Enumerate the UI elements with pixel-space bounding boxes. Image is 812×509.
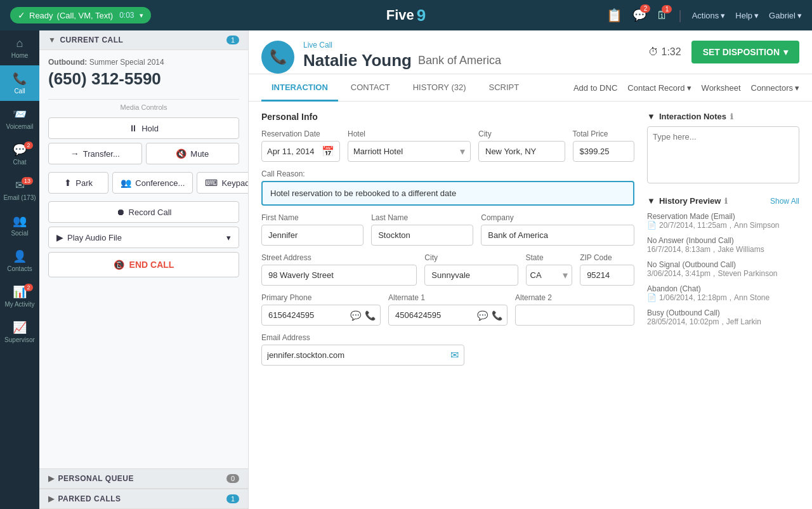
transfer-label: Transfer... [83, 149, 120, 159]
contact-company: Bank of America [418, 54, 501, 67]
city-input[interactable] [478, 141, 565, 162]
record-call-button[interactable]: ⏺ Record Call [48, 201, 239, 223]
sidebar-item-supervisor[interactable]: 📈 Supervisor [0, 314, 39, 350]
sidebar-item-voicemail[interactable]: 📨 Voicemail [0, 101, 39, 136]
first-name-group: First Name [261, 213, 363, 246]
contacts-label: Contacts [7, 265, 32, 272]
logo: Five9 [386, 6, 426, 25]
logo-cloud: 9 [417, 6, 426, 25]
tab-actions: Add to DNC Contact Record ▾ Worksheet Co… [573, 83, 799, 93]
history-item-3: Abandon (Chat) 📄 1/06/2014, 12:18pm, Ann… [647, 284, 799, 302]
history-item-3-detail: 📄 1/06/2014, 12:18pm, Ann Stone [647, 293, 799, 302]
mute-label: Mute [190, 149, 209, 159]
topbar-left: ✓ Ready (Call, VM, Text) 0:03 ▾ [10, 7, 151, 23]
alt1-group: Alternate 1 💬 📞 [388, 293, 508, 326]
form-row-1: Reservation Date 📅 Hotel ▾ [261, 129, 634, 162]
sidebar-item-chat[interactable]: 💬 Chat 2 [0, 136, 39, 172]
park-icon: ⬆ [64, 178, 72, 188]
logo-text: Five [386, 7, 414, 23]
calendar-badge: 1 [662, 5, 672, 13]
contacts-icon: 👤 [13, 249, 27, 263]
company-group: Company [481, 213, 634, 246]
alt1-chat-icon[interactable]: 💬 [477, 310, 488, 321]
notifications-icon[interactable]: 💬 2 [632, 8, 646, 22]
mute-button[interactable]: 🔇 Mute [146, 143, 240, 164]
primary-chat-icon[interactable]: 💬 [350, 310, 361, 321]
alt1-call-icon[interactable]: 📞 [492, 310, 502, 321]
sidebar-item-email[interactable]: ✉ Email (173) 13 [0, 172, 39, 208]
right-panel: ▼ Interaction Notes ℹ ▼ History Preview … [647, 112, 799, 499]
personal-queue-header[interactable]: ▶ PERSONAL QUEUE 0 [39, 468, 248, 489]
first-name-input[interactable] [261, 225, 363, 246]
parked-calls-header[interactable]: ▶ PARKED CALLS 1 [39, 489, 248, 509]
history-item-0-detail: 📄 20/7/2014, 11:25am, Ann Simpson [647, 221, 799, 230]
interaction-notes-textarea[interactable] [647, 126, 799, 183]
hotel-field[interactable]: ▾ [348, 141, 471, 162]
worksheet-link[interactable]: Worksheet [702, 83, 741, 93]
hold-icon: ⏸ [129, 123, 138, 133]
connectors-link[interactable]: Connectors ▾ [751, 83, 799, 93]
set-disposition-button[interactable]: SET DISPOSITION ▾ [691, 41, 799, 63]
show-all-link[interactable]: Show All [770, 197, 799, 206]
call-reason-input[interactable] [261, 181, 634, 206]
sidebar-item-call[interactable]: 📞 Call [0, 65, 39, 101]
personal-queue-badge: 0 [226, 474, 239, 483]
sidebar-item-contacts[interactable]: 👤 Contacts [0, 243, 39, 279]
conference-icon: 👥 [121, 178, 131, 188]
tab-bar: INTERACTION CONTACT HISTORY (32) SCRIPT … [249, 74, 812, 102]
play-audio-button[interactable]: ▶ Play Audio File ▾ [48, 227, 239, 248]
interaction-notes-info-icon: ℹ [730, 112, 733, 121]
history-item-1: No Answer (Inbound Call) 16/7/2014, 8:13… [647, 236, 799, 254]
social-label: Social [11, 230, 28, 237]
help-menu[interactable]: Help ▾ [735, 11, 759, 20]
tab-contact[interactable]: CONTACT [341, 75, 400, 102]
tab-interaction[interactable]: INTERACTION [261, 75, 338, 102]
primary-call-icon[interactable]: 📞 [365, 310, 376, 321]
hotel-input[interactable] [353, 142, 460, 161]
street-address-input[interactable] [261, 265, 417, 286]
primary-phone-field: 💬 📞 [261, 305, 381, 326]
total-price-input[interactable] [573, 141, 635, 162]
user-menu[interactable]: Gabriel ▾ [769, 11, 802, 20]
end-call-button[interactable]: 📵 END CALL [48, 252, 239, 277]
last-name-input[interactable] [371, 225, 473, 246]
zip-input[interactable] [580, 265, 634, 286]
company-input[interactable] [481, 225, 634, 246]
sidebar-item-home[interactable]: ⌂ Home [0, 30, 39, 65]
add-to-dnc-link[interactable]: Add to DNC [573, 83, 617, 93]
hotel-dropdown-arrow: ▾ [460, 145, 465, 157]
reservation-date-input[interactable] [267, 142, 318, 161]
form-row-5: Primary Phone 💬 📞 Alternate 1 [261, 293, 634, 326]
calendar-icon[interactable]: 🗓 1 [657, 9, 668, 22]
alt2-input[interactable] [515, 305, 634, 326]
sidebar-item-my-activity[interactable]: 📊 My Activity 2 [0, 279, 39, 314]
actions-menu[interactable]: Actions ▾ [692, 11, 726, 20]
state-input[interactable] [530, 265, 563, 285]
email-input[interactable] [267, 345, 450, 365]
social-icon: 👥 [13, 214, 27, 228]
doc-icon-3: 📄 [647, 293, 657, 302]
tab-script[interactable]: SCRIPT [479, 75, 530, 102]
ready-status-badge[interactable]: ✓ Ready (Call, VM, Text) 0:03 ▾ [10, 7, 151, 23]
calendar-icon-small: 📅 [322, 145, 334, 157]
primary-phone-group: Primary Phone 💬 📞 [261, 293, 381, 326]
keypad-button[interactable]: ⌨ Keypad [197, 172, 249, 194]
current-call-section-header[interactable]: ▼ CURRENT CALL 1 [39, 30, 248, 50]
contact-record-link[interactable]: Contact Record ▾ [627, 83, 691, 93]
conference-button[interactable]: 👥 Conference... [112, 172, 193, 194]
city2-input[interactable] [424, 265, 518, 286]
state-field[interactable]: ▾ [526, 265, 573, 286]
reservation-date-field[interactable]: 📅 [261, 141, 340, 162]
doc-icon-0: 📄 [647, 221, 657, 230]
transfer-button[interactable]: → Transfer... [48, 143, 142, 164]
history-preview-title: History Preview [659, 196, 721, 206]
topbar: ✓ Ready (Call, VM, Text) 0:03 ▾ Five9 📋 … [0, 0, 812, 30]
history-item-2-title: No Signal (Outbound Call) [647, 260, 799, 269]
hold-button[interactable]: ⏸ Hold [48, 117, 239, 139]
email-field[interactable]: ✉ [261, 345, 464, 366]
sidebar-item-social[interactable]: 👥 Social [0, 208, 39, 243]
alt2-label: Alternate 2 [515, 293, 634, 302]
tab-history[interactable]: HISTORY (32) [403, 75, 476, 102]
notes-icon[interactable]: 📋 [606, 8, 622, 23]
park-button[interactable]: ⬆ Park [48, 172, 108, 194]
